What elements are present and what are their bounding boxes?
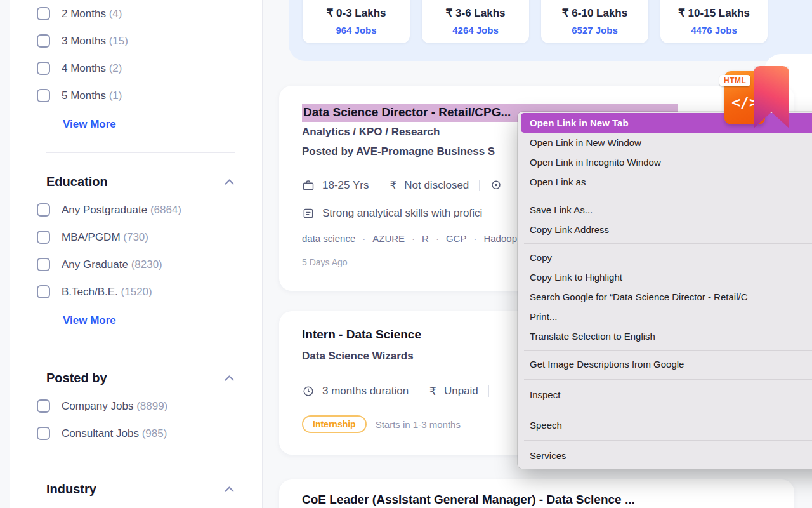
filter-label: Any Postgraduate (6864)	[62, 204, 181, 217]
menu-item-inspect[interactable]: Inspect	[518, 385, 812, 404]
menu-item-copy[interactable]: Copy	[518, 248, 812, 267]
divider	[46, 152, 235, 153]
filter-option-cutoff[interactable]	[10, 504, 262, 508]
salary-jobs-count[interactable]: 6527 Jobs	[572, 25, 618, 36]
location-pin-icon	[490, 179, 502, 192]
view-more-link[interactable]: View More	[10, 305, 262, 336]
salary-jobs-count[interactable]: 4476 Jobs	[691, 25, 737, 36]
filter-count: (15)	[109, 35, 128, 47]
divider	[488, 385, 489, 397]
filter-label: B.Tech/B.E. (1520)	[62, 286, 152, 298]
filter-label: 4 Months (2)	[62, 62, 122, 75]
chevron-up-icon[interactable]	[225, 486, 234, 492]
filter-option-3-months[interactable]: 3 Months (15)	[10, 27, 262, 55]
filter-option-4-months[interactable]: 4 Months (2)	[10, 55, 262, 82]
filter-option-company-jobs[interactable]: Company Jobs (8899)	[10, 392, 262, 420]
filter-option-any-postgraduate[interactable]: Any Postgraduate (6864)	[10, 196, 262, 224]
menu-separator	[524, 350, 812, 351]
filter-count: (4)	[109, 8, 122, 20]
menu-item-open-link-as[interactable]: Open Link as	[518, 172, 812, 192]
menu-item-save-link-as[interactable]: Save Link As...	[518, 200, 812, 220]
salary-jobs-count[interactable]: 964 Jobs	[336, 25, 376, 36]
checkbox[interactable]	[37, 203, 50, 217]
menu-item-print[interactable]: Print...	[518, 307, 812, 326]
filter-option-2-months[interactable]: 2 Months (4)	[10, 0, 262, 27]
filter-label: Consultant Jobs (985)	[62, 427, 167, 440]
menu-item-copy-link-to-highlight[interactable]: Copy Link to Highlight	[518, 267, 812, 287]
job-tag: R	[422, 233, 429, 244]
clock-icon	[302, 385, 315, 398]
section-header-industry[interactable]: Industry	[46, 479, 234, 498]
checkbox[interactable]	[37, 285, 50, 298]
job-tag: data science	[302, 233, 355, 244]
dot-separator: ·	[473, 233, 476, 244]
view-more-link[interactable]: View More	[10, 109, 262, 140]
divider	[419, 385, 419, 397]
section-header-posted-by[interactable]: Posted by	[46, 368, 234, 387]
filter-option-5-months[interactable]: 5 Months (1)	[10, 82, 262, 109]
page: 2 Months (4) 3 Months (15) 4 Months (2) …	[0, 0, 812, 508]
menu-item-services[interactable]: Services	[518, 446, 812, 465]
link-drag-preview: HTML </>	[723, 66, 789, 132]
divider	[479, 180, 480, 191]
section-title: Education	[46, 175, 108, 189]
salary-card-6-10-lakhs[interactable]: ₹ 6-10 Lakhs 6527 Jobs	[541, 0, 648, 43]
menu-item-open-link-incognito[interactable]: Open Link in Incognito Window	[518, 152, 812, 172]
duration-filter-group: 2 Months (4) 3 Months (15) 4 Months (2) …	[10, 0, 262, 140]
job-tag: GCP	[446, 233, 467, 244]
salary-range: ₹ 10-15 Lakhs	[678, 6, 750, 20]
section-header-education[interactable]: Education	[46, 172, 234, 191]
menu-item-search-google[interactable]: Search Google for “Data Science Director…	[518, 287, 812, 307]
html-label: HTML	[719, 75, 750, 86]
checkbox[interactable]	[37, 34, 50, 48]
menu-item-get-image-descriptions[interactable]: Get Image Descriptions from Google	[518, 354, 812, 374]
filter-count: (730)	[123, 231, 148, 243]
filter-option-any-graduate[interactable]: Any Graduate (8230)	[10, 251, 262, 278]
job-title-link[interactable]: CoE Leader (Assistant General Manager) -…	[302, 491, 794, 508]
job-duration: 3 months duration	[322, 385, 409, 398]
salary-card-3-6-lakhs[interactable]: ₹ 3-6 Lakhs 4264 Jobs	[422, 0, 529, 43]
dot-separator: ·	[436, 233, 439, 244]
divider	[46, 349, 235, 349]
filter-count: (2)	[109, 62, 122, 74]
filters-sidebar: 2 Months (4) 3 Months (15) 4 Months (2) …	[10, 0, 263, 508]
job-tag: Hadoop	[483, 233, 517, 244]
filter-option-consultant-jobs[interactable]: Consultant Jobs (985)	[10, 420, 262, 447]
section-title: Industry	[46, 482, 96, 497]
menu-item-speech[interactable]: Speech	[518, 415, 812, 435]
filter-count: (6864)	[150, 204, 181, 216]
menu-item-open-link-new-window[interactable]: Open Link in New Window	[518, 133, 812, 152]
salary-card-0-3-lakhs[interactable]: ₹ 0-3 Lakhs 964 Jobs	[303, 0, 410, 43]
divider	[46, 460, 235, 460]
checkbox[interactable]	[37, 258, 50, 271]
chevron-up-icon[interactable]	[225, 375, 234, 381]
industry-filter-group	[10, 504, 262, 508]
checkbox[interactable]	[37, 89, 50, 102]
job-salary: Not disclosed	[404, 179, 469, 192]
menu-item-copy-link-address[interactable]: Copy Link Address	[518, 220, 812, 239]
salary-card-10-15-lakhs[interactable]: ₹ 10-15 Lakhs 4476 Jobs	[660, 0, 768, 43]
filter-label: MBA/PGDM (730)	[62, 231, 148, 244]
menu-item-translate-selection[interactable]: Translate Selection to English	[518, 326, 812, 346]
salary-jobs-count[interactable]: 4264 Jobs	[452, 25, 499, 36]
chevron-up-icon[interactable]	[225, 179, 234, 185]
salary-filter-panel: ₹ 0-3 Lakhs 964 Jobs ₹ 3-6 Lakhs 4264 Jo…	[289, 0, 812, 61]
checkbox[interactable]	[37, 7, 50, 20]
job-start-info: Starts in 1-3 months	[376, 419, 461, 430]
filter-option-btech-be[interactable]: B.Tech/B.E. (1520)	[10, 278, 262, 305]
bookmark-ribbon-icon	[754, 66, 789, 128]
menu-separator	[524, 196, 812, 196]
checkbox[interactable]	[37, 399, 50, 413]
checkbox[interactable]	[37, 427, 50, 440]
job-card-coe-leader[interactable]: CoE Leader (Assistant General Manager) -…	[279, 479, 794, 508]
job-experience: 18-25 Yrs	[322, 179, 369, 192]
filter-option-mba-pgdm[interactable]: MBA/PGDM (730)	[10, 224, 262, 251]
checkbox[interactable]	[37, 62, 50, 75]
checkbox[interactable]	[37, 231, 50, 244]
section-title: Posted by	[46, 371, 107, 385]
filter-label: 5 Months (1)	[62, 90, 122, 102]
job-tag: AZURE	[372, 233, 405, 244]
dot-separator: ·	[362, 233, 365, 244]
education-filter-group: Any Postgraduate (6864) MBA/PGDM (730) A…	[10, 196, 262, 336]
salary-range: ₹ 3-6 Lakhs	[446, 6, 506, 20]
